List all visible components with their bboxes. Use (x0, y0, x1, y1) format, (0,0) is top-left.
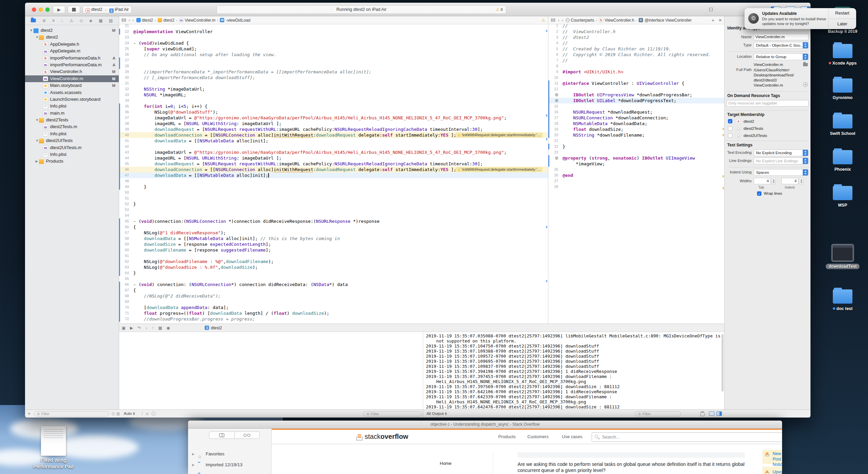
code-line[interactable]: 51 (119, 195, 548, 201)
code-line[interactable]: 21 (548, 138, 724, 144)
code-line[interactable]: *imageView; (548, 161, 724, 167)
code-line[interactable]: 17 NSURLConnection *downloadConnection; (548, 115, 724, 121)
clear-console-icon[interactable] (700, 411, 705, 416)
safari-titlebar[interactable]: objective c - Understanding dispatch_asy… (188, 421, 782, 429)
project-navigator-icon[interactable] (31, 19, 36, 22)
code-line[interactable]: 34 (119, 98, 548, 103)
indent-width-field[interactable]: 4 (781, 178, 798, 184)
code-line[interactable]: 38 imageURL = [NSURL URLWithString: imag… (119, 121, 548, 126)
back-button[interactable]: ‹ (558, 18, 559, 23)
code-line[interactable]: 50 (119, 190, 548, 195)
code-line[interactable]: 42 (119, 144, 548, 149)
code-line[interactable]: 68 //NSLog(@"2 didReceiveData"); (119, 293, 548, 299)
inline-warning-badge[interactable]: ⚠'initWithRequest:delegate:startImmediat… (456, 133, 543, 138)
code-line[interactable]: 16 NSURLRequest *downloadRequest; (548, 109, 724, 115)
code-review-button[interactable]: { } (709, 7, 713, 11)
code-line[interactable]: 47 downloadData = [[NSMutableData alloc]… (119, 172, 548, 178)
code-line[interactable]: 58 downloadData = [[NSMutableData alloc]… (119, 236, 548, 241)
debug-navigator-icon[interactable]: ◈ (89, 18, 92, 23)
back-button[interactable]: ‹ (129, 18, 130, 23)
code-line[interactable]: 24- (void)viewDidLoad { (119, 40, 548, 46)
code-line[interactable]: 12 (548, 86, 724, 92)
code-line[interactable]: 36 NSLog(@"downloadStuff"); (119, 109, 548, 115)
desktop-icon-phoenix[interactable]: Phoenix (814, 150, 868, 172)
connection-well[interactable] (548, 92, 560, 98)
file-tree-row[interactable]: mdtest2Tests.m (25, 123, 119, 130)
bookmark-row-imported-6-29-14[interactable]: ▶imported 6/29/14 (188, 471, 271, 474)
add-assistant-button[interactable]: + (712, 18, 714, 23)
file-tree-row[interactable]: ▼dtest2UITests (25, 137, 119, 144)
related-items-icon[interactable] (551, 19, 555, 22)
find-navigator-icon[interactable]: ◌ (61, 18, 63, 23)
desktop-icon-xcode-apps[interactable]: Xcode Apps (814, 44, 868, 66)
code-line[interactable]: 19 float downloadSize; (548, 126, 724, 132)
file-tree-row[interactable]: mViewController.mM (25, 75, 119, 82)
file-tree-row[interactable]: Main.storyboardM (25, 82, 119, 89)
console-filter-field[interactable]: ⊜Filter (635, 411, 681, 417)
code-line[interactable]: 72 //downloadProgressBar.progress = prog… (119, 316, 548, 322)
jump-bar[interactable]: ‹ › dtest2 › dtest2 › mViewController.m … (119, 16, 548, 24)
code-line[interactable]: 27 (548, 178, 724, 184)
disclosure-icon[interactable]: ▼ (30, 27, 33, 34)
bookmark-row-favorites[interactable]: ▶☆Favorites (188, 449, 271, 459)
location-dropdown[interactable]: Relative to Group (754, 53, 808, 60)
source-code[interactable]: 2122@implementation ViewController2324- … (119, 24, 548, 324)
nav-use-cases[interactable]: Use cases (562, 434, 583, 439)
jump-bar-warning-icon[interactable]: ⚠ (542, 18, 545, 23)
report-navigator-icon[interactable]: ▤ (109, 18, 113, 23)
code-line[interactable]: 18 NSMutableData *downloadData; (548, 121, 724, 126)
info-icon[interactable]: i (152, 411, 156, 416)
console-scrollbar[interactable] (722, 334, 724, 392)
code-line[interactable]: IBOutlet UILabel *downloadProgressText; (548, 98, 724, 103)
code-line[interactable]: 2// ViewController.h (548, 29, 724, 34)
code-line[interactable]: 57 NSLog(@"1 didReceiveResponse"); (119, 230, 548, 236)
disclosure-icon[interactable]: ▶ (192, 471, 195, 474)
forward-button[interactable]: › (562, 18, 563, 23)
desktop-icon-fixed-wing-performance-pad[interactable]: Fixed WingPerformance Pad (31, 426, 76, 470)
code-line[interactable]: 55- (void)connection:(NSURLConnection *)… (119, 218, 548, 224)
code-line[interactable]: 49 } (119, 184, 548, 190)
disclosure-icon[interactable]: ▶ (192, 449, 195, 459)
code-line[interactable]: 53 (119, 207, 548, 213)
nav-customers[interactable]: Customers (527, 434, 549, 439)
search-input[interactable]: Search... (592, 432, 782, 442)
code-line[interactable]: 45 downloadRequest = [NSURLRequest reque… (119, 161, 548, 167)
file-tree-row[interactable]: mdtest2UITests.m (25, 144, 119, 151)
code-line[interactable]: 43 imageDataUrl = @"https:/gyronimo.onli… (119, 149, 548, 155)
code-line[interactable]: 54 (119, 213, 548, 218)
text-encoding-dropdown[interactable]: No Explicit Encoding (754, 149, 808, 156)
code-line[interactable]: 8 (548, 63, 724, 69)
disclosure-icon[interactable]: ▼ (36, 34, 39, 41)
zoom-button[interactable] (45, 7, 50, 12)
code-line[interactable]: 3// dtest2 (548, 34, 724, 40)
variables-filter-field[interactable]: ⊜Filter (363, 411, 422, 417)
folder-icon[interactable] (803, 63, 808, 66)
scm-filter-icon[interactable]: ▥ (116, 411, 120, 416)
code-line[interactable]: 30 // [_importPerformanceData downloadSt… (119, 75, 548, 80)
code-line[interactable]: 69 (119, 299, 548, 305)
file-tree-row[interactable]: ▼dtest2 (25, 34, 119, 41)
step-into-icon[interactable]: ↓ (145, 326, 147, 330)
code-line[interactable]: 61 (119, 253, 548, 259)
show-variables-toggle[interactable] (709, 411, 714, 416)
memory-graph-icon[interactable]: ◉ (166, 326, 170, 330)
code-line[interactable]: 20 NSString *downloadFilename; (548, 132, 724, 138)
minimize-button[interactable] (39, 7, 43, 12)
stop-button[interactable] (68, 6, 80, 14)
file-tree-row[interactable]: ▼dtest2M (25, 27, 119, 34)
code-line[interactable]: 28 (548, 184, 724, 190)
stackoverflow-logo[interactable]: stackoverflow (356, 433, 408, 441)
bookmark-row-imported-12-19-13[interactable]: ▶imported 12/19/13 (188, 460, 271, 470)
show-console-toggle[interactable] (716, 411, 722, 416)
connection-well[interactable] (548, 155, 560, 161)
code-line[interactable]: 1// (548, 24, 724, 29)
code-line[interactable]: 52} (119, 201, 548, 207)
add-item-icon[interactable]: + (28, 411, 30, 416)
code-line[interactable]: 63 NSLog(@"downloadSize : %.0f",download… (119, 264, 548, 270)
bookmarks-tab[interactable] (209, 432, 235, 439)
console-scope-selector[interactable]: All Output (427, 411, 447, 416)
indent-width-stepper[interactable] (799, 178, 803, 184)
symbol-navigator-icon[interactable]: ≡ (52, 18, 54, 23)
code-line[interactable]: 29 //importPerformanceData *_importPerfo… (119, 69, 548, 75)
code-line[interactable]: 39 downloadRequest = [NSURLRequest reque… (119, 126, 548, 132)
